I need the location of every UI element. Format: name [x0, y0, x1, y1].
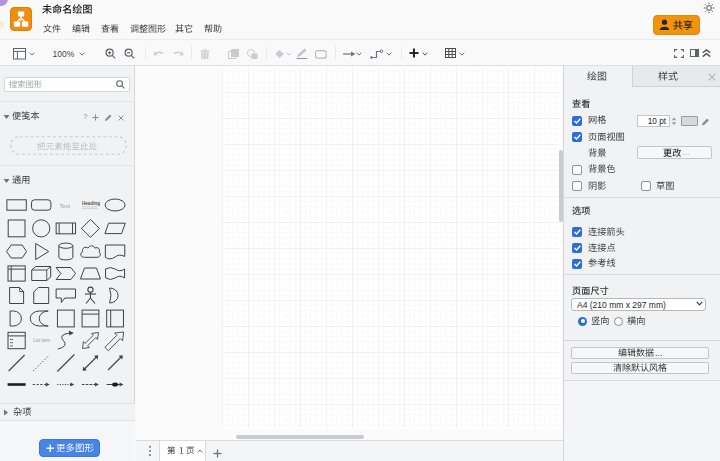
svg-text:Heading: Heading	[82, 201, 100, 206]
svg-text:Text: Text	[60, 203, 71, 209]
svg-text:List item: List item	[33, 338, 50, 343]
